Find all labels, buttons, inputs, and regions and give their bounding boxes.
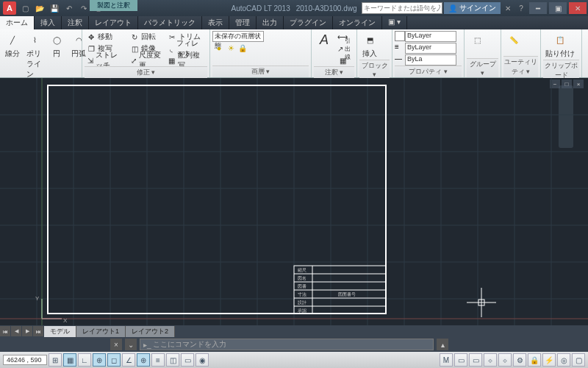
maximize-button[interactable]: ▣: [549, 2, 567, 14]
hardware-accel[interactable]: ⚡: [542, 353, 556, 367]
osnap-toggle[interactable]: ◻: [107, 353, 121, 367]
circle-button[interactable]: ◯円: [46, 31, 67, 60]
model-button[interactable]: M: [440, 353, 453, 367]
panel-layer-title[interactable]: 画層 ▾: [212, 66, 309, 77]
layout-tab-1[interactable]: レイアウト1: [76, 326, 126, 337]
quickview-drawings[interactable]: ▭: [469, 353, 482, 367]
tab-plugins[interactable]: プラグイン: [284, 16, 333, 29]
exchange-icon[interactable]: ✕: [502, 2, 514, 14]
quickview-layouts[interactable]: ▭: [454, 353, 467, 367]
layer-state-dropdown[interactable]: 未保存の画層状態: [212, 31, 264, 42]
undo-icon[interactable]: ↶: [63, 2, 75, 14]
panel-prop-title[interactable]: プロパティ ▾: [395, 66, 462, 77]
scale-icon: ⤢: [129, 55, 137, 66]
tab-next-button[interactable]: ▶: [22, 326, 32, 336]
group-button[interactable]: ⬚: [467, 31, 487, 49]
cmd-close-button[interactable]: ×: [110, 339, 122, 350]
mirror-icon: ◫: [129, 43, 140, 54]
tab-annotate[interactable]: 注釈: [62, 16, 89, 29]
move-button[interactable]: ✥移動: [85, 31, 126, 43]
circle-icon: ◯: [49, 32, 65, 48]
panel-group-title[interactable]: グループ ▾: [467, 58, 498, 77]
linetype-dropdown[interactable]: ByLa: [405, 54, 456, 66]
clean-screen-button[interactable]: ▢: [572, 353, 585, 367]
redo-icon[interactable]: ↷: [78, 2, 90, 14]
annovis-button[interactable]: ⟐: [498, 353, 512, 367]
help-icon[interactable]: ?: [515, 2, 527, 14]
text-button[interactable]: A: [314, 31, 334, 49]
transparency-toggle[interactable]: ◫: [166, 353, 179, 367]
layout-tab-model[interactable]: モデル: [44, 326, 76, 337]
tab-output[interactable]: 出力: [257, 16, 284, 29]
scale-button[interactable]: ⤢尺度変更: [128, 54, 164, 66]
snap-toggle[interactable]: ⊞: [49, 353, 62, 367]
tab-online[interactable]: オンライン: [333, 16, 382, 29]
dyn-toggle[interactable]: ⊕: [137, 353, 150, 367]
sc-toggle[interactable]: ◉: [196, 353, 209, 367]
grid-toggle[interactable]: ▦: [63, 353, 76, 367]
workspace-button[interactable]: ⚙: [513, 353, 526, 367]
tab-view[interactable]: 表示: [202, 16, 229, 29]
tab-first-button[interactable]: ⏮: [0, 326, 10, 336]
paste-button[interactable]: 📋貼り付け: [543, 31, 577, 60]
lineweight-dropdown[interactable]: ByLayer: [405, 43, 456, 54]
app-menu-icon[interactable]: A: [3, 1, 16, 15]
signin-button[interactable]: 👤サインイン: [444, 2, 501, 14]
leader-button[interactable]: ↗引出線: [336, 43, 356, 54]
cmd-options-button[interactable]: ⌄: [125, 339, 137, 350]
array-icon: ▦: [167, 55, 176, 66]
polar-toggle[interactable]: ⊕: [93, 353, 106, 367]
minimize-button[interactable]: ━: [529, 2, 547, 14]
bulb-icon: ●: [214, 43, 224, 53]
stretch-button[interactable]: ⇲ストレッチ: [85, 54, 126, 66]
annoscale-button[interactable]: ⟐: [484, 353, 497, 367]
command-input[interactable]: ▸_ ここにコマンドを入力: [140, 339, 434, 350]
save-icon[interactable]: 💾: [49, 2, 60, 14]
measure-button[interactable]: 📏: [503, 31, 524, 49]
polyline-button[interactable]: ⌇ポリライン: [24, 31, 45, 80]
insert-button[interactable]: ⬒挿入: [359, 31, 380, 60]
layout-tabs: ⏮ ◀ ▶ ⏭ モデル レイアウト1 レイアウト2: [0, 325, 588, 337]
isolate-button[interactable]: ◎: [557, 353, 570, 367]
otrack-toggle[interactable]: ∠: [122, 353, 135, 367]
sun-icon: ☀: [226, 43, 236, 53]
new-icon[interactable]: ▢: [19, 2, 31, 14]
rotate-button[interactable]: ↻回転: [128, 31, 164, 43]
group-icon: ⬚: [469, 32, 485, 48]
panel-block-title[interactable]: ブロック ▾: [359, 60, 390, 79]
tab-parametric[interactable]: パラメトリック: [138, 16, 202, 29]
layer-props[interactable]: ●☀🔒: [212, 42, 264, 54]
coordinates-display[interactable]: 46246 , 590: [3, 355, 47, 365]
app-title: AutoCAD LT 2013: [231, 4, 290, 13]
tab-manage[interactable]: 管理: [229, 16, 257, 29]
context-tab-drafting[interactable]: 製図と注釈: [90, 0, 137, 11]
search-input[interactable]: [362, 2, 442, 14]
panel-modify-title[interactable]: 修正 ▾: [85, 66, 207, 78]
tab-layout[interactable]: レイアウト: [89, 16, 138, 29]
tab-insert[interactable]: 挿入: [35, 16, 62, 29]
tab-expand[interactable]: ▣ ▾: [382, 16, 407, 29]
ortho-toggle[interactable]: ∟: [78, 353, 91, 367]
rotate-icon: ↻: [129, 32, 140, 42]
panel-annot-title[interactable]: 注釈 ▾: [314, 66, 354, 78]
lwt-toggle[interactable]: ≡: [151, 353, 165, 367]
panel-util-title[interactable]: ユーティリティ ▾: [503, 56, 538, 77]
user-icon: 👤: [448, 4, 457, 13]
tab-prev-button[interactable]: ◀: [11, 326, 21, 336]
layout-tab-2[interactable]: レイアウト2: [126, 326, 175, 337]
qp-toggle[interactable]: ▭: [181, 353, 194, 367]
svg-text:寸法: 寸法: [298, 292, 306, 297]
drawing-area[interactable]: − □ × 縮尺 図名 図番 寸法 設計 承認 図面番号 YX: [0, 78, 588, 337]
tab-home[interactable]: ホーム: [0, 16, 35, 29]
line-button[interactable]: ╱線分: [2, 31, 23, 60]
table-button[interactable]: ▦: [336, 54, 356, 66]
open-icon[interactable]: 📂: [34, 2, 46, 14]
array-button[interactable]: ▦配列複写: [165, 54, 207, 66]
polyline-icon: ⌇: [26, 32, 43, 48]
cmd-history-button[interactable]: ▴: [437, 339, 448, 350]
tab-last-button[interactable]: ⏭: [33, 326, 43, 336]
title-block: 縮尺 図名 図番 寸法 設計 承認 図面番号: [294, 266, 386, 314]
close-button[interactable]: ✕: [569, 2, 587, 14]
color-dropdown[interactable]: ByLayer: [405, 31, 456, 42]
toolbar-lock[interactable]: 🔒: [528, 353, 541, 367]
